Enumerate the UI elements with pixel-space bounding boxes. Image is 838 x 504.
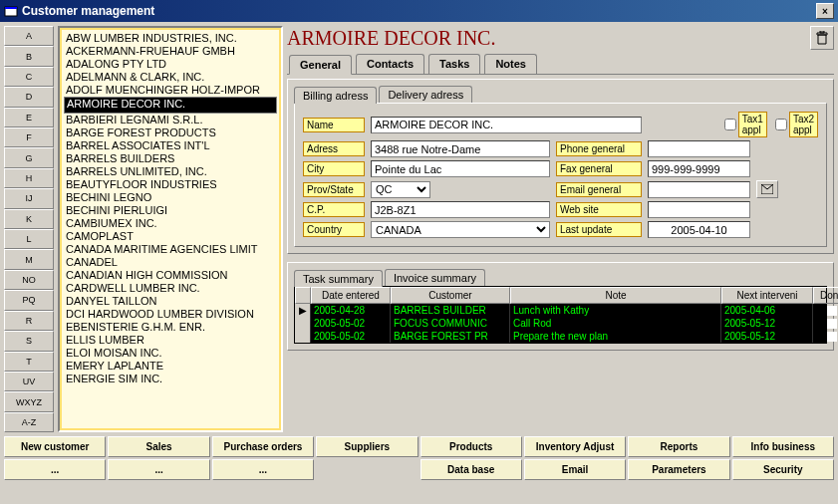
alpha-b[interactable]: B <box>4 46 54 66</box>
last-update-input[interactable] <box>648 221 750 238</box>
btn-products[interactable]: Products <box>420 436 522 457</box>
btn-email[interactable]: Email <box>524 459 626 480</box>
btn-[interactable]: ... <box>4 459 106 480</box>
column-header[interactable]: Date entered <box>311 287 391 304</box>
btn-inventory-adjust[interactable]: Inventory Adjust <box>524 436 626 457</box>
table-row[interactable]: ▶2005-04-28BARRELS BUILDERLunch with Kat… <box>295 304 826 317</box>
btn-new-customer[interactable]: New customer <box>4 436 106 457</box>
list-item[interactable]: ADELMANN & CLARK, INC. <box>64 71 277 84</box>
adress-input[interactable] <box>371 140 550 157</box>
btn-parameters[interactable]: Parameters <box>628 459 729 480</box>
email-input[interactable] <box>648 181 750 198</box>
tab-notes[interactable]: Notes <box>484 54 537 74</box>
btn-info-business[interactable]: Info business <box>732 436 834 457</box>
alpha-g[interactable]: G <box>4 147 54 167</box>
city-input[interactable] <box>371 160 550 177</box>
alpha-ij[interactable]: IJ <box>4 188 54 208</box>
list-item[interactable]: CAMBIUMEX INC. <box>64 217 277 230</box>
web-input[interactable] <box>648 201 750 218</box>
cp-input[interactable] <box>371 201 550 218</box>
btn-[interactable]: ... <box>108 459 209 480</box>
btn-data-base[interactable]: Data base <box>420 459 522 480</box>
country-select[interactable]: CANADA <box>371 221 550 238</box>
alpha-h[interactable]: H <box>4 168 54 188</box>
app-icon <box>4 4 18 18</box>
list-item[interactable]: CANADEL <box>64 256 277 269</box>
tab-general[interactable]: General <box>289 55 352 75</box>
cell-done[interactable] <box>813 317 838 330</box>
list-item[interactable]: BECHINI PIERLUIGI <box>64 204 277 217</box>
alpha-e[interactable]: E <box>4 108 54 127</box>
subtab-billing-adress[interactable]: Billing adress <box>294 87 377 104</box>
delete-button[interactable] <box>810 26 834 50</box>
email-picker-button[interactable] <box>756 180 778 198</box>
tax1-checkbox[interactable]: Tax1 appl <box>724 112 767 137</box>
alpha-s[interactable]: S <box>4 331 54 351</box>
customer-list[interactable]: ABW LUMBER INDUSTRIES, INC.ACKERMANN-FRU… <box>60 28 281 430</box>
list-item[interactable]: BARRELS UNLIMITED, INC. <box>64 165 277 178</box>
alpha-c[interactable]: C <box>4 67 54 87</box>
btn-suppliers[interactable]: Suppliers <box>316 436 418 457</box>
list-item[interactable]: DANYEL TAILLON <box>64 295 277 308</box>
alpha-m[interactable]: M <box>4 249 54 269</box>
alpha-wxyz[interactable]: WXYZ <box>4 391 54 411</box>
list-item[interactable]: CANADIAN HIGH COMMISSION <box>64 269 277 282</box>
alpha-pq[interactable]: PQ <box>4 290 54 310</box>
alpha-k[interactable]: K <box>4 209 54 229</box>
phone-input[interactable] <box>648 140 750 157</box>
list-item[interactable]: ABW LUMBER INDUSTRIES, INC. <box>64 32 277 45</box>
list-item[interactable]: CAMOPLAST <box>64 230 277 243</box>
list-item[interactable]: ACKERMANN-FRUEHAUF GMBH <box>64 45 277 58</box>
summary-tab-invoice-summary[interactable]: Invoice summary <box>385 269 485 286</box>
tab-tasks[interactable]: Tasks <box>428 54 480 74</box>
column-header[interactable]: Done <box>813 287 838 304</box>
column-header[interactable]: Note <box>510 287 721 304</box>
column-header[interactable]: Customer <box>391 287 510 304</box>
tax2-checkbox[interactable]: Tax2 appl <box>775 112 818 137</box>
list-item[interactable]: ENERGIE SIM INC. <box>64 373 277 385</box>
alpha-uv[interactable]: UV <box>4 372 54 391</box>
tab-contacts[interactable]: Contacts <box>356 54 424 74</box>
column-header[interactable] <box>295 287 311 304</box>
alpha-f[interactable]: F <box>4 127 54 147</box>
btn-sales[interactable]: Sales <box>108 436 209 457</box>
list-item[interactable]: BECHINI LEGNO <box>64 191 277 204</box>
alpha-l[interactable]: L <box>4 229 54 249</box>
list-item[interactable]: EMERY LAPLANTE <box>64 360 277 373</box>
list-item[interactable]: BARRELS BUILDERS <box>64 152 277 165</box>
list-item[interactable]: BARBIERI LEGNAMI S.R.L. <box>64 114 277 126</box>
list-item[interactable]: ELLIS LUMBER <box>64 334 277 347</box>
btn-security[interactable]: Security <box>732 459 834 480</box>
close-button[interactable]: × <box>816 3 834 19</box>
column-header[interactable]: Next interveni <box>721 287 813 304</box>
name-input[interactable] <box>371 117 642 133</box>
alpha-t[interactable]: T <box>4 352 54 372</box>
list-item[interactable]: ELOI MOISAN INC. <box>64 347 277 360</box>
cell-done[interactable] <box>813 330 838 343</box>
alpha-a-z[interactable]: A-Z <box>4 412 54 432</box>
btn-reports[interactable]: Reports <box>628 436 729 457</box>
provstate-select[interactable]: QC <box>371 181 430 198</box>
list-item[interactable]: BEAUTYFLOOR INDUSTRIES <box>64 178 277 191</box>
alpha-a[interactable]: A <box>4 26 54 46</box>
btn-[interactable]: ... <box>212 459 314 480</box>
list-item[interactable]: BARREL ASSOCIATES INT'L <box>64 139 277 152</box>
alpha-no[interactable]: NO <box>4 270 54 290</box>
table-row[interactable]: 2005-05-02FOCUS COMMUNICCall Rod2005-05-… <box>295 317 826 330</box>
btn-purchase-orders[interactable]: Purchase orders <box>212 436 314 457</box>
list-item[interactable]: BARGE FOREST PRODUCTS <box>64 126 277 139</box>
alpha-d[interactable]: D <box>4 87 54 107</box>
list-item[interactable]: EBENISTERIE G.H.M. ENR. <box>64 321 277 334</box>
summary-tab-task-summary[interactable]: Task summary <box>294 270 383 287</box>
list-item[interactable]: ADOLF MUENCHINGER HOLZ-IMPOR <box>64 84 277 97</box>
alpha-r[interactable]: R <box>4 311 54 331</box>
subtab-delivery-adress[interactable]: Delivery adress <box>379 86 472 103</box>
table-row[interactable]: 2005-05-02BARGE FOREST PRPrepare the new… <box>295 330 826 343</box>
list-item[interactable]: CARDWELL LUMBER INC. <box>64 282 277 295</box>
list-item[interactable]: DCI HARDWOOD LUMBER DIVISION <box>64 308 277 321</box>
list-item[interactable]: ADALONG PTY LTD <box>64 58 277 71</box>
list-item[interactable]: CANADA MARITIME AGENCIES LIMIT <box>64 243 277 256</box>
cell-done[interactable] <box>813 304 838 317</box>
fax-input[interactable] <box>648 160 750 177</box>
list-item[interactable]: ARMOIRE DECOR INC. <box>64 97 277 114</box>
